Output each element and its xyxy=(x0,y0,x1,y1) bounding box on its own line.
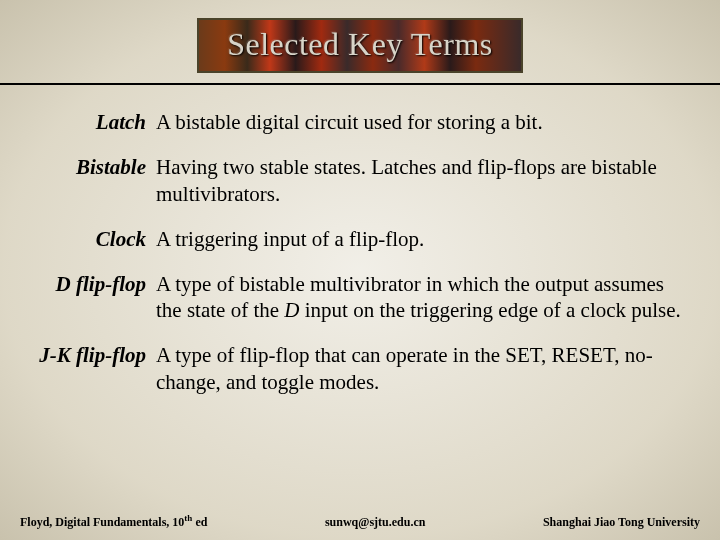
term-label: D flip-flop xyxy=(30,271,156,325)
term-row: Bistable Having two stable states. Latch… xyxy=(30,154,690,208)
footer-center: sunwq@sjtu.edu.cn xyxy=(325,515,426,530)
term-row: D flip-flop A type of bistable multivibr… xyxy=(30,271,690,325)
footer: Floyd, Digital Fundamentals, 10th ed sun… xyxy=(20,513,700,540)
footer-right: Shanghai Jiao Tong University xyxy=(543,515,700,530)
slide-title: Selected Key Terms xyxy=(227,26,493,63)
term-row: J-K flip-flop A type of flip-flop that c… xyxy=(30,342,690,396)
terms-list: Latch A bistable digital circuit used fo… xyxy=(28,109,692,513)
slide: Selected Key Terms Latch A bistable digi… xyxy=(0,0,720,540)
title-wrap: Selected Key Terms xyxy=(28,18,692,73)
footer-left: Floyd, Digital Fundamentals, 10th ed xyxy=(20,513,207,530)
term-definition: A type of flip-flop that can operate in … xyxy=(156,342,690,396)
term-definition: A type of bistable multivibrator in whic… xyxy=(156,271,690,325)
term-row: Latch A bistable digital circuit used fo… xyxy=(30,109,690,136)
term-definition: A triggering input of a flip-flop. xyxy=(156,226,690,253)
title-box: Selected Key Terms xyxy=(197,18,523,73)
term-label: Latch xyxy=(30,109,156,136)
term-row: Clock A triggering input of a flip-flop. xyxy=(30,226,690,253)
term-label: J-K flip-flop xyxy=(30,342,156,396)
term-definition: A bistable digital circuit used for stor… xyxy=(156,109,690,136)
term-label: Bistable xyxy=(30,154,156,208)
term-label: Clock xyxy=(30,226,156,253)
title-divider xyxy=(0,83,720,85)
term-definition: Having two stable states. Latches and fl… xyxy=(156,154,690,208)
